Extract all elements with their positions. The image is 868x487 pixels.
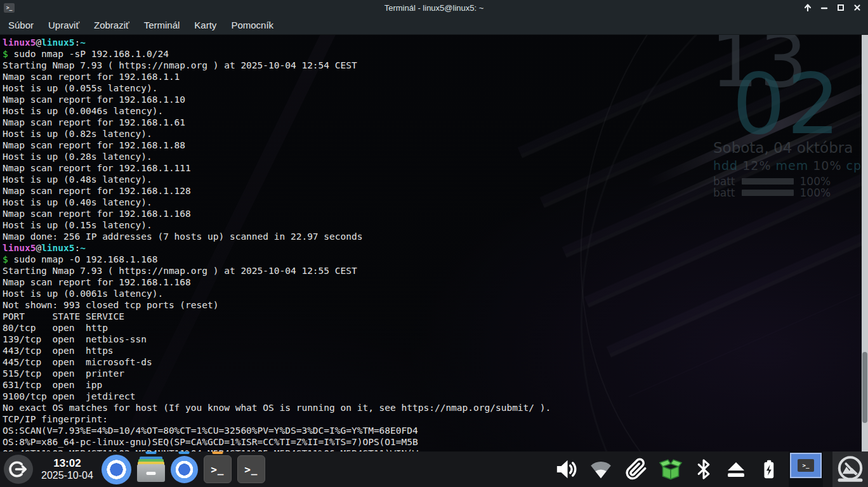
dock-item-terminal-launcher[interactable]: >_ bbox=[237, 451, 265, 487]
menu-item-terminal[interactable]: Terminál bbox=[138, 17, 186, 33]
dock-item-file-manager[interactable] bbox=[137, 451, 165, 487]
terminal-line: Not shown: 993 closed tcp ports (reset) bbox=[3, 299, 862, 311]
terminal-line: No exact OS matches for host (If you kno… bbox=[3, 402, 862, 413]
menu-item-karty[interactable]: Karty bbox=[188, 17, 222, 33]
menu-item-zobrazit[interactable]: Zobraziť bbox=[88, 17, 135, 33]
terminal-line: 631/tcp open ipp bbox=[3, 379, 862, 391]
terminal-output[interactable]: linux5@linux5:~$ sudo nmap -sP 192.168.1… bbox=[0, 35, 862, 453]
panel-clock[interactable]: 13:02 2025-10-04 bbox=[39, 451, 96, 487]
terminal-line: linux5@linux5:~ bbox=[3, 242, 862, 254]
dock-item-chromium-window[interactable] bbox=[171, 451, 198, 487]
window-indicator bbox=[212, 451, 223, 454]
window-titlebar[interactable]: >_ Terminál - linux5@linux5: ~ bbox=[0, 0, 868, 15]
chromium-icon bbox=[171, 456, 198, 483]
terminal-line: $ sudo nmap -O 192.168.1.168 bbox=[3, 254, 862, 265]
menu-item-pomocnik[interactable]: Pomocník bbox=[225, 17, 279, 33]
panel-date: 2025-10-04 bbox=[41, 470, 93, 481]
logout-icon bbox=[8, 458, 29, 480]
terminal-line: Nmap scan report for 192.168.1.61 bbox=[3, 117, 862, 128]
terminal-line: OS:SCAN(V=7.93%E=4%D=10/4%OT=80%CT=1%CU=… bbox=[3, 425, 862, 436]
window-title: Terminál - linux5@linux5: ~ bbox=[0, 3, 868, 13]
terminal-line: Nmap scan report for 192.168.1.128 bbox=[3, 185, 862, 197]
bluetooth-icon[interactable] bbox=[693, 457, 714, 481]
terminal-line: 80/tcp open http bbox=[3, 322, 862, 334]
chromium-icon bbox=[102, 455, 131, 484]
terminal-line: 445/tcp open microsoft-ds bbox=[3, 356, 862, 368]
file-manager-icon bbox=[137, 457, 165, 482]
terminal-line: Host is up (0.15s latency). bbox=[3, 219, 862, 231]
system-tray: >_ bbox=[553, 451, 868, 487]
panel-time: 13:02 bbox=[41, 457, 93, 470]
logout-button[interactable] bbox=[4, 451, 33, 487]
terminal-line: 139/tcp open netbios-ssn bbox=[3, 334, 862, 345]
window-controls bbox=[799, 0, 865, 15]
terminal-icon: >_ bbox=[798, 459, 814, 472]
dock-item-chromium-launcher[interactable] bbox=[102, 451, 131, 487]
maximize-button[interactable] bbox=[832, 1, 849, 15]
window-indicator bbox=[179, 451, 190, 454]
close-button[interactable] bbox=[849, 1, 865, 15]
dock: 13:02 2025-10-04 >_ bbox=[0, 451, 265, 487]
minimize-button[interactable] bbox=[816, 1, 832, 15]
scrollbar-thumb[interactable] bbox=[862, 352, 867, 423]
package-box-icon[interactable] bbox=[658, 457, 683, 482]
terminal-line: 443/tcp open https bbox=[3, 345, 862, 356]
window-indicator bbox=[145, 451, 156, 454]
terminal-line: Nmap scan report for 192.168.1.168 bbox=[3, 208, 862, 219]
terminal-line: Host is up (0.055s latency). bbox=[3, 82, 862, 94]
terminal-line: Starting Nmap 7.93 ( https://nmap.org ) … bbox=[3, 265, 862, 276]
taskbar-panel: 13:02 2025-10-04 >_ bbox=[0, 451, 868, 487]
terminal-line: Host is up (0.40s latency). bbox=[3, 197, 862, 208]
terminal-line: Host is up (0.0046s latency). bbox=[3, 105, 862, 117]
battery-icon[interactable] bbox=[758, 457, 779, 482]
terminal-line: PORT STATE SERVICE bbox=[3, 311, 862, 322]
terminal-line: linux5@linux5:~ bbox=[3, 37, 862, 48]
terminal-line: Host is up (0.0061s latency). bbox=[3, 288, 862, 299]
mx-menu-button[interactable] bbox=[832, 451, 868, 487]
clipboard-paperclip-icon[interactable] bbox=[623, 457, 648, 482]
menu-item-subor[interactable]: Súbor bbox=[3, 17, 39, 33]
terminal-line: Nmap scan report for 192.168.1.168 bbox=[3, 276, 862, 288]
shade-button[interactable] bbox=[799, 1, 816, 15]
active-window-button[interactable]: >_ bbox=[789, 451, 823, 487]
dock-item-terminal-window[interactable]: >_ bbox=[204, 451, 232, 487]
terminal-icon: >_ bbox=[204, 455, 232, 483]
menu-bar: SúborUpraviťZobraziťTerminálKartyPomocní… bbox=[0, 15, 868, 35]
terminal-line: OS:8%P=x86_64-pc-linux-gnu)SEQ(SP=CA%GCD… bbox=[3, 436, 862, 448]
desktop: 13 02 Sobota, 04 októbra hdd 12% mem 10%… bbox=[0, 0, 868, 487]
terminal-line: Host is up (0.82s latency). bbox=[3, 128, 862, 140]
terminal-line: TCP/IP fingerprint: bbox=[3, 413, 862, 425]
terminal-line: Nmap done: 256 IP addresses (7 hosts up)… bbox=[3, 231, 862, 242]
terminal-scrollbar[interactable] bbox=[862, 35, 868, 451]
wifi-icon[interactable] bbox=[588, 457, 614, 482]
terminal-line: Host is up (0.48s latency). bbox=[3, 174, 862, 185]
menu-item-upravit[interactable]: Upraviť bbox=[43, 17, 85, 33]
terminal-line: Starting Nmap 7.93 ( https://nmap.org ) … bbox=[3, 60, 862, 71]
eject-icon[interactable] bbox=[724, 457, 748, 481]
terminal-line: Nmap scan report for 192.168.1.10 bbox=[3, 94, 862, 105]
terminal-line: $ sudo nmap -sP 192.168.1.0/24 bbox=[3, 48, 862, 60]
terminal-line: Nmap scan report for 192.168.1.1 bbox=[3, 71, 862, 82]
terminal-icon: >_ bbox=[237, 455, 265, 483]
terminal-line: 9100/tcp open jetdirect bbox=[3, 391, 862, 402]
mx-logo-icon bbox=[835, 454, 865, 484]
terminal-line: Nmap scan report for 192.168.1.88 bbox=[3, 140, 862, 151]
terminal-line: Nmap scan report for 192.168.1.111 bbox=[3, 162, 862, 174]
volume-icon[interactable] bbox=[553, 457, 579, 482]
terminal-line: 515/tcp open printer bbox=[3, 368, 862, 379]
terminal-line: Host is up (0.28s latency). bbox=[3, 151, 862, 162]
